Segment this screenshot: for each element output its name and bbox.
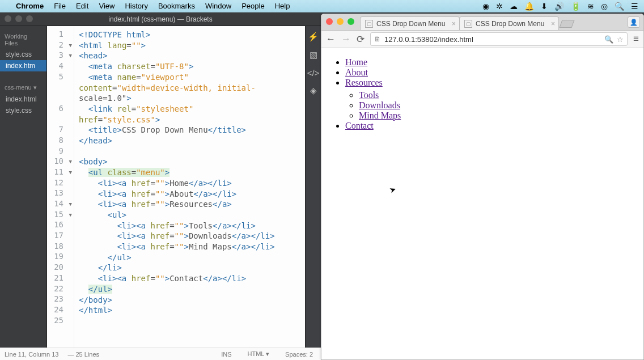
favicon-icon: ▢ (365, 20, 373, 28)
menu-people[interactable]: People (242, 2, 264, 10)
status-spaces[interactable]: Spaces: 2 (282, 351, 316, 358)
sidebar-item-project-index[interactable]: index.html (0, 94, 46, 105)
browser-tab[interactable]: ▢ CSS Drop Down Menu × (459, 16, 559, 30)
sidebar-item-stylecss[interactable]: style.css (0, 49, 46, 60)
nav-about[interactable]: About (345, 67, 368, 77)
extensions-icon[interactable]: ▧ (310, 50, 317, 60)
nav-tools[interactable]: Tools (359, 90, 379, 100)
sidebar-item-indexhtml[interactable]: index.htm (0, 60, 46, 71)
brackets-iconbar: ⚡ ▧ </> ◈ (305, 26, 321, 348)
chrome-window: ▢ CSS Drop Down Menu × ▢ CSS Drop Down M… (321, 14, 644, 360)
browser-tab[interactable]: ▢ CSS Drop Down Menu × (360, 16, 460, 30)
sidebar-item-project-style[interactable]: style.css (0, 105, 46, 116)
tab-close-icon[interactable]: × (551, 20, 555, 28)
nav-downloads[interactable]: Downloads (359, 100, 400, 110)
status-lang[interactable]: HTML ▾ (244, 350, 273, 358)
tab-title: CSS Drop Down Menu (476, 20, 544, 28)
status-icon[interactable]: ✲ (496, 2, 503, 11)
mac-menubar[interactable]: Chrome File Edit View History Bookmarks … (0, 0, 644, 12)
favicon-icon: ▢ (464, 20, 472, 28)
reload-button[interactable]: ⟳ (357, 33, 365, 45)
close-icon[interactable] (5, 15, 11, 22)
battery-icon[interactable]: 🔋 (571, 2, 581, 11)
live-preview-icon[interactable]: ⚡ (308, 32, 319, 42)
menu-edit[interactable]: Edit (76, 2, 88, 10)
menu-icon[interactable]: ☰ (631, 2, 638, 11)
menubar-app[interactable]: Chrome (16, 2, 44, 10)
clock-icon[interactable]: ◎ (601, 2, 608, 11)
menu-window[interactable]: Window (205, 2, 231, 10)
new-tab-button[interactable] (559, 20, 574, 28)
menu-help[interactable]: Help (275, 2, 290, 10)
back-button[interactable]: ← (326, 33, 336, 45)
bell-icon[interactable]: 🔔 (524, 2, 534, 11)
status-line-count: — 25 Lines (67, 351, 99, 358)
chrome-toolbar: ← → ⟳ 🗎 127.0.0.1:53802/index.html 🔍 ☆ ≡ (321, 30, 643, 48)
code-icon[interactable]: </> (307, 68, 320, 78)
editor[interactable]: 12345 6 78910111213141516171819202122232… (47, 26, 305, 348)
wifi-icon[interactable]: ≋ (587, 2, 594, 11)
window-controls[interactable] (326, 18, 354, 25)
url-text[interactable]: 127.0.0.1:53802/index.html (384, 35, 601, 44)
project-heading[interactable]: css-menu ▾ (0, 82, 46, 94)
menu-view[interactable]: View (99, 2, 115, 10)
status-cursor-pos: Line 11, Column 13 (5, 351, 58, 358)
minimize-icon[interactable] (15, 15, 22, 22)
nav-resources[interactable]: Resources (345, 78, 383, 87)
nav-mindmaps[interactable]: Mind Maps (359, 111, 401, 120)
editor-code[interactable]: <!DOCTYPE html><html lang=""><head> <met… (74, 26, 305, 348)
cube-icon[interactable]: ◈ (310, 86, 317, 96)
profile-button[interactable]: 👤 (628, 16, 640, 28)
status-ins[interactable]: INS (218, 351, 235, 358)
page-content: Home About Resources Tools Downloads Min… (321, 48, 643, 359)
brackets-statusbar: Line 11, Column 13 — 25 Lines INS HTML ▾… (0, 348, 321, 360)
cloud-icon[interactable]: ☁ (510, 2, 518, 11)
nav-home[interactable]: Home (345, 57, 367, 67)
brackets-title: index.html (css-menu) — Brackets (108, 15, 212, 23)
tab-title: CSS Drop Down Menu (376, 20, 445, 28)
bookmark-icon[interactable]: ☆ (617, 35, 624, 44)
page-icon: 🗎 (374, 35, 381, 43)
close-icon[interactable] (326, 18, 333, 25)
status-icon[interactable]: ◉ (482, 2, 489, 11)
forward-button[interactable]: → (341, 33, 351, 45)
menu-history[interactable]: History (125, 2, 147, 10)
working-files-heading: Working Files (0, 31, 46, 49)
download-icon[interactable]: ⬇ (541, 2, 548, 11)
address-bar[interactable]: 🗎 127.0.0.1:53802/index.html 🔍 ☆ (370, 32, 628, 46)
minimize-icon[interactable] (337, 18, 344, 25)
brackets-window: index.html (css-menu) — Brackets Working… (0, 12, 321, 360)
menu-bookmarks[interactable]: Bookmarks (158, 2, 195, 10)
menu-file[interactable]: File (54, 2, 66, 10)
editor-gutter: 12345 6 78910111213141516171819202122232… (47, 26, 74, 348)
maximize-icon[interactable] (348, 18, 354, 25)
maximize-icon[interactable] (26, 15, 33, 22)
hamburger-icon[interactable]: ≡ (633, 33, 639, 45)
menubar-right-icons[interactable]: ◉ ✲ ☁ 🔔 ⬇ 🔊 🔋 ≋ ◎ 🔍 ☰ (482, 2, 638, 11)
brackets-titlebar[interactable]: index.html (css-menu) — Brackets (0, 12, 321, 26)
window-controls[interactable] (5, 15, 33, 22)
chrome-tabstrip[interactable]: ▢ CSS Drop Down Menu × ▢ CSS Drop Down M… (321, 14, 643, 30)
brackets-sidebar: Working Files style.css index.htm css-me… (0, 26, 47, 348)
spotlight-icon[interactable]: 🔍 (615, 2, 624, 11)
volume-icon[interactable]: 🔊 (554, 2, 564, 11)
tab-close-icon[interactable]: × (452, 20, 456, 28)
zoom-icon[interactable]: 🔍 (604, 35, 613, 44)
nav-contact[interactable]: Contact (345, 121, 374, 130)
